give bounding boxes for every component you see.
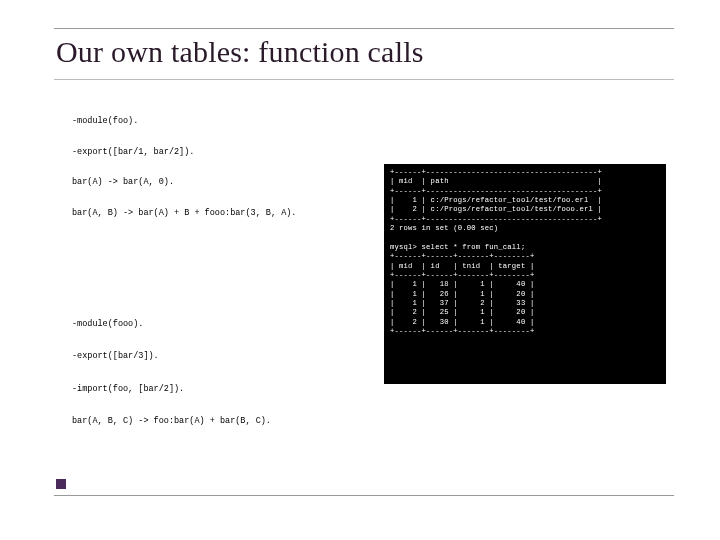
slide-frame: Our own tables: function calls -module(f… [54, 28, 674, 496]
erlang-code-foo: -module(foo). -export([bar/1, bar/2]). b… [72, 114, 372, 221]
slide-title: Our own tables: function calls [54, 29, 674, 80]
mysql-terminal-output: +------+--------------------------------… [384, 164, 666, 384]
slide-content: -module(foo). -export([bar/1, bar/2]). b… [54, 80, 674, 492]
decorative-square [56, 479, 66, 489]
erlang-code-fooo: -module(fooo). -export([bar/3]). -import… [72, 316, 382, 429]
